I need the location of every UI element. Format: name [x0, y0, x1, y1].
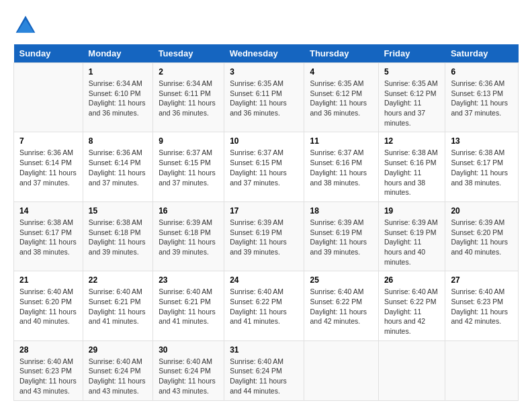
day-number: 23 [159, 275, 218, 285]
weekday-header-saturday: Saturday [445, 44, 519, 63]
day-info: Sunrise: 6:40 AMSunset: 6:22 PMDaylight:… [230, 287, 298, 326]
weekday-header-row: SundayMondayTuesdayWednesdayThursdayFrid… [14, 44, 519, 63]
day-number: 2 [159, 67, 218, 77]
day-number: 31 [230, 345, 298, 355]
calendar-cell: 7Sunrise: 6:36 AMSunset: 6:14 PMDaylight… [14, 132, 83, 201]
day-info: Sunrise: 6:38 AMSunset: 6:17 PMDaylight:… [451, 148, 513, 187]
calendar-table: SundayMondayTuesdayWednesdayThursdayFrid… [13, 44, 519, 401]
day-info: Sunrise: 6:40 AMSunset: 6:24 PMDaylight:… [230, 357, 298, 396]
calendar-cell: 24Sunrise: 6:40 AMSunset: 6:22 PMDayligh… [224, 271, 304, 340]
day-info: Sunrise: 6:35 AMSunset: 6:12 PMDaylight:… [384, 79, 440, 128]
calendar-cell: 31Sunrise: 6:40 AMSunset: 6:24 PMDayligh… [224, 340, 304, 400]
day-info: Sunrise: 6:35 AMSunset: 6:11 PMDaylight:… [230, 79, 298, 118]
day-number: 1 [89, 67, 147, 77]
calendar-cell: 15Sunrise: 6:38 AMSunset: 6:18 PMDayligh… [83, 201, 152, 271]
logo-icon [13, 13, 38, 38]
calendar-cell: 16Sunrise: 6:39 AMSunset: 6:18 PMDayligh… [153, 201, 224, 271]
calendar-cell: 5Sunrise: 6:35 AMSunset: 6:12 PMDaylight… [378, 63, 445, 132]
day-info: Sunrise: 6:39 AMSunset: 6:19 PMDaylight:… [230, 218, 298, 257]
day-info: Sunrise: 6:39 AMSunset: 6:18 PMDaylight:… [159, 218, 218, 257]
calendar-cell: 26Sunrise: 6:40 AMSunset: 6:22 PMDayligh… [378, 271, 445, 340]
day-number: 30 [159, 345, 218, 355]
calendar-cell: 19Sunrise: 6:39 AMSunset: 6:19 PMDayligh… [378, 201, 445, 271]
calendar-cell: 3Sunrise: 6:35 AMSunset: 6:11 PMDaylight… [224, 63, 304, 132]
day-info: Sunrise: 6:35 AMSunset: 6:12 PMDaylight:… [310, 79, 372, 118]
day-number: 21 [19, 275, 77, 285]
calendar-cell: 18Sunrise: 6:39 AMSunset: 6:19 PMDayligh… [304, 201, 378, 271]
day-info: Sunrise: 6:40 AMSunset: 6:20 PMDaylight:… [19, 287, 77, 326]
day-number: 19 [384, 206, 440, 216]
day-number: 6 [451, 67, 513, 77]
day-info: Sunrise: 6:39 AMSunset: 6:19 PMDaylight:… [310, 218, 372, 257]
calendar-cell: 14Sunrise: 6:38 AMSunset: 6:17 PMDayligh… [14, 201, 83, 271]
day-number: 22 [89, 275, 147, 285]
day-info: Sunrise: 6:40 AMSunset: 6:23 PMDaylight:… [19, 357, 77, 396]
weekday-header-tuesday: Tuesday [153, 44, 224, 63]
calendar-cell: 6Sunrise: 6:36 AMSunset: 6:13 PMDaylight… [445, 63, 519, 132]
day-number: 29 [89, 345, 147, 355]
day-info: Sunrise: 6:34 AMSunset: 6:10 PMDaylight:… [89, 79, 147, 118]
calendar-cell: 4Sunrise: 6:35 AMSunset: 6:12 PMDaylight… [304, 63, 378, 132]
calendar-week-row: 28Sunrise: 6:40 AMSunset: 6:23 PMDayligh… [14, 340, 519, 400]
day-number: 3 [230, 67, 298, 77]
day-info: Sunrise: 6:38 AMSunset: 6:17 PMDaylight:… [19, 218, 77, 257]
day-number: 27 [451, 275, 513, 285]
day-number: 10 [230, 136, 298, 146]
day-info: Sunrise: 6:40 AMSunset: 6:21 PMDaylight:… [89, 287, 147, 326]
day-number: 16 [159, 206, 218, 216]
day-info: Sunrise: 6:36 AMSunset: 6:14 PMDaylight:… [89, 148, 147, 187]
calendar-week-row: 21Sunrise: 6:40 AMSunset: 6:20 PMDayligh… [14, 271, 519, 340]
day-number: 4 [310, 67, 372, 77]
day-info: Sunrise: 6:38 AMSunset: 6:18 PMDaylight:… [89, 218, 147, 257]
day-info: Sunrise: 6:37 AMSunset: 6:16 PMDaylight:… [310, 148, 372, 187]
calendar-cell: 23Sunrise: 6:40 AMSunset: 6:21 PMDayligh… [153, 271, 224, 340]
day-info: Sunrise: 6:40 AMSunset: 6:21 PMDaylight:… [159, 287, 218, 326]
calendar-cell: 9Sunrise: 6:37 AMSunset: 6:15 PMDaylight… [153, 132, 224, 201]
day-number: 17 [230, 206, 298, 216]
day-number: 26 [384, 275, 440, 285]
calendar-week-row: 7Sunrise: 6:36 AMSunset: 6:14 PMDaylight… [14, 132, 519, 201]
day-info: Sunrise: 6:40 AMSunset: 6:24 PMDaylight:… [89, 357, 147, 396]
day-number: 5 [384, 67, 440, 77]
page-header [13, 13, 519, 38]
day-number: 25 [310, 275, 372, 285]
calendar-week-row: 1Sunrise: 6:34 AMSunset: 6:10 PMDaylight… [14, 63, 519, 132]
day-info: Sunrise: 6:36 AMSunset: 6:14 PMDaylight:… [19, 148, 77, 187]
calendar-cell [304, 340, 378, 400]
calendar-cell: 22Sunrise: 6:40 AMSunset: 6:21 PMDayligh… [83, 271, 152, 340]
logo [13, 13, 42, 38]
calendar-cell: 1Sunrise: 6:34 AMSunset: 6:10 PMDaylight… [83, 63, 152, 132]
calendar-cell: 27Sunrise: 6:40 AMSunset: 6:23 PMDayligh… [445, 271, 519, 340]
day-number: 12 [384, 136, 440, 146]
day-number: 11 [310, 136, 372, 146]
day-number: 18 [310, 206, 372, 216]
day-info: Sunrise: 6:39 AMSunset: 6:19 PMDaylight:… [384, 218, 440, 267]
calendar-cell: 28Sunrise: 6:40 AMSunset: 6:23 PMDayligh… [14, 340, 83, 400]
day-info: Sunrise: 6:39 AMSunset: 6:20 PMDaylight:… [451, 218, 513, 257]
day-info: Sunrise: 6:36 AMSunset: 6:13 PMDaylight:… [451, 79, 513, 118]
day-number: 14 [19, 206, 77, 216]
calendar-cell: 13Sunrise: 6:38 AMSunset: 6:17 PMDayligh… [445, 132, 519, 201]
day-info: Sunrise: 6:40 AMSunset: 6:23 PMDaylight:… [451, 287, 513, 326]
day-number: 24 [230, 275, 298, 285]
calendar-cell: 21Sunrise: 6:40 AMSunset: 6:20 PMDayligh… [14, 271, 83, 340]
calendar-cell: 30Sunrise: 6:40 AMSunset: 6:24 PMDayligh… [153, 340, 224, 400]
day-info: Sunrise: 6:38 AMSunset: 6:16 PMDaylight:… [384, 148, 440, 197]
day-info: Sunrise: 6:40 AMSunset: 6:24 PMDaylight:… [159, 357, 218, 396]
calendar-cell [445, 340, 519, 400]
day-number: 8 [89, 136, 147, 146]
day-number: 13 [451, 136, 513, 146]
day-info: Sunrise: 6:34 AMSunset: 6:11 PMDaylight:… [159, 79, 218, 118]
weekday-header-friday: Friday [378, 44, 445, 63]
day-info: Sunrise: 6:40 AMSunset: 6:22 PMDaylight:… [384, 287, 440, 336]
calendar-cell: 20Sunrise: 6:39 AMSunset: 6:20 PMDayligh… [445, 201, 519, 271]
calendar-cell: 12Sunrise: 6:38 AMSunset: 6:16 PMDayligh… [378, 132, 445, 201]
day-number: 7 [19, 136, 77, 146]
calendar-cell: 10Sunrise: 6:37 AMSunset: 6:15 PMDayligh… [224, 132, 304, 201]
day-number: 20 [451, 206, 513, 216]
day-number: 9 [159, 136, 218, 146]
calendar-cell: 25Sunrise: 6:40 AMSunset: 6:22 PMDayligh… [304, 271, 378, 340]
day-info: Sunrise: 6:37 AMSunset: 6:15 PMDaylight:… [159, 148, 218, 187]
day-info: Sunrise: 6:37 AMSunset: 6:15 PMDaylight:… [230, 148, 298, 187]
calendar-cell: 29Sunrise: 6:40 AMSunset: 6:24 PMDayligh… [83, 340, 152, 400]
